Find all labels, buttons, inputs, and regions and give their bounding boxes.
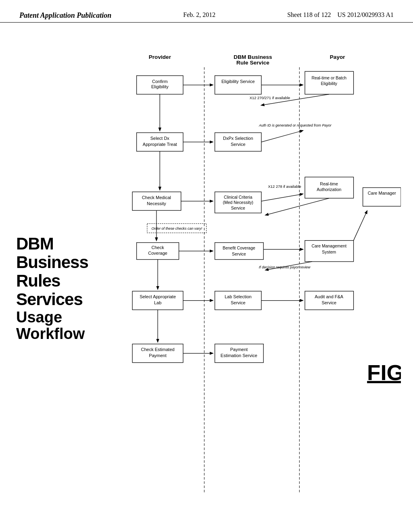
main-content: DBM BusinessRules Services Usage Workflo… bbox=[0, 23, 413, 530]
svg-text:DxPx Selection: DxPx Selection bbox=[223, 136, 253, 141]
svg-text:If decision requires payor rev: If decision requires payor review bbox=[259, 265, 311, 269]
svg-text:Eligibility: Eligibility bbox=[321, 81, 337, 86]
svg-line-42 bbox=[265, 198, 329, 215]
svg-text:Lab: Lab bbox=[154, 300, 161, 305]
svg-text:Eligibility Service: Eligibility Service bbox=[221, 79, 255, 84]
sheet-info: Sheet 118 of 122 US 2012/0029933 A1 bbox=[287, 11, 394, 19]
svg-text:Audit and F&A: Audit and F&A bbox=[315, 294, 344, 299]
svg-text:Payment: Payment bbox=[230, 347, 248, 352]
svg-text:Authorization: Authorization bbox=[317, 187, 341, 192]
svg-rect-50 bbox=[215, 243, 264, 260]
page-header: Patent Application Publication Feb. 2, 2… bbox=[0, 0, 413, 23]
publication-title: Patent Application Publication bbox=[19, 11, 111, 20]
svg-text:Coverage: Coverage bbox=[148, 251, 167, 256]
svg-text:Payor: Payor bbox=[330, 54, 346, 60]
svg-line-37 bbox=[261, 194, 303, 201]
diagram-area: Provider DBM Business Rule Service Payor… bbox=[101, 31, 401, 522]
svg-text:Estimation Service: Estimation Service bbox=[221, 353, 257, 358]
svg-text:Appropriate Treat: Appropriate Treat bbox=[143, 142, 177, 147]
svg-text:Eligibility: Eligibility bbox=[151, 84, 169, 89]
svg-text:X12 278 if available: X12 278 if available bbox=[268, 184, 301, 189]
svg-text:Check: Check bbox=[151, 245, 164, 250]
svg-text:Necessity: Necessity bbox=[147, 201, 166, 206]
publication-date: Feb. 2, 2012 bbox=[183, 11, 215, 19]
svg-text:Check Estimated: Check Estimated bbox=[141, 347, 174, 352]
svg-text:Provider: Provider bbox=[149, 54, 171, 60]
svg-text:(Med Necessity): (Med Necessity) bbox=[223, 200, 253, 205]
title-line2: Usage Workflow bbox=[16, 309, 101, 343]
svg-text:Real-time or Batch: Real-time or Batch bbox=[311, 76, 346, 80]
svg-text:Care Manager: Care Manager bbox=[368, 191, 396, 195]
svg-text:System: System bbox=[322, 250, 336, 254]
svg-text:Payment: Payment bbox=[149, 353, 166, 358]
svg-text:Rule Service: Rule Service bbox=[236, 60, 269, 66]
svg-text:Check Medical: Check Medical bbox=[142, 195, 171, 200]
svg-text:Service: Service bbox=[232, 252, 246, 256]
svg-text:Clinical Criteria: Clinical Criteria bbox=[224, 195, 252, 200]
svg-text:Service: Service bbox=[231, 206, 245, 210]
svg-text:FIG. 34: FIG. 34 bbox=[367, 360, 401, 385]
svg-text:Auth ID is generated or reques: Auth ID is generated or requested from P… bbox=[259, 123, 332, 127]
svg-text:Service: Service bbox=[231, 142, 246, 147]
svg-text:DBM Business: DBM Business bbox=[234, 54, 272, 60]
svg-text:X12 270/271  if available: X12 270/271 if available bbox=[250, 96, 290, 100]
svg-line-26 bbox=[261, 131, 303, 142]
svg-text:Benefit Coverage: Benefit Coverage bbox=[223, 246, 255, 250]
svg-line-71 bbox=[354, 211, 367, 240]
sheet-number: Sheet 118 of 122 bbox=[287, 11, 331, 18]
svg-text:Lab Selection: Lab Selection bbox=[225, 294, 252, 299]
svg-text:Order of these checks can vary: Order of these checks can vary! bbox=[151, 227, 202, 231]
svg-text:Service: Service bbox=[231, 300, 246, 305]
svg-text:Select Dx: Select Dx bbox=[150, 136, 170, 141]
svg-text:Select Appropriate: Select Appropriate bbox=[140, 294, 176, 299]
title-section: DBM BusinessRules Services Usage Workflo… bbox=[12, 31, 101, 522]
svg-text:Real-time: Real-time bbox=[320, 182, 338, 186]
svg-text:Confirm: Confirm bbox=[152, 79, 168, 84]
patent-number: US 2012/0029933 A1 bbox=[337, 11, 394, 18]
workflow-diagram: Provider DBM Business Rule Service Payor… bbox=[105, 35, 401, 522]
title-line1: DBM BusinessRules Services bbox=[16, 235, 101, 309]
svg-text:Care Management: Care Management bbox=[311, 244, 346, 248]
svg-text:Service: Service bbox=[321, 300, 336, 305]
